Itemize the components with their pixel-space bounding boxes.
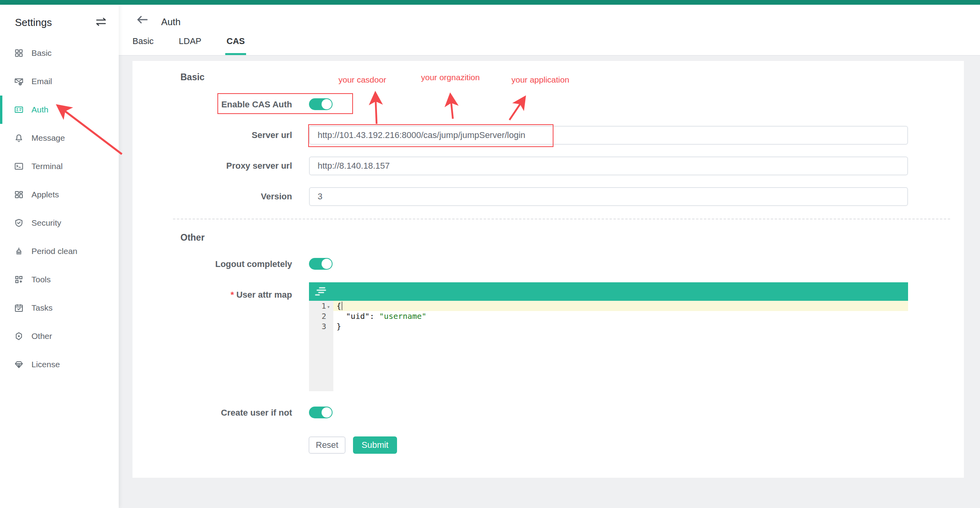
sidebar-item-tasks[interactable]: Tasks [0, 294, 119, 322]
gutter-line-3: 3 [309, 321, 333, 331]
sidebar-item-email[interactable]: Email [0, 67, 119, 96]
sidebar-item-label: Period clean [31, 247, 77, 256]
code-line-3[interactable]: } [333, 321, 908, 331]
line-number: 2 [322, 311, 326, 321]
toggle-knob [322, 407, 332, 418]
format-code-icon[interactable] [314, 285, 328, 298]
sidebar-item-label: Security [31, 218, 61, 228]
sidebar-item-label: License [31, 360, 60, 369]
sidebar-item-security[interactable]: Security [0, 209, 119, 237]
proxy-server-url-label: Proxy server url [132, 161, 292, 171]
settings-sidebar: Settings Basic Email [0, 5, 119, 508]
required-asterisk: * [231, 290, 234, 300]
broom-icon [14, 247, 24, 256]
tab-label: CAS [226, 36, 245, 46]
sidebar-item-label: Terminal [31, 162, 63, 171]
sidebar-item-terminal[interactable]: Terminal [0, 152, 119, 180]
tools-icon [14, 275, 24, 284]
page-body: Basic your casdoor your orgnazition your… [119, 56, 980, 508]
submit-button[interactable]: Submit [353, 436, 397, 454]
tab-bar: Basic LDAP CAS [132, 36, 270, 55]
server-url-label: Server url [132, 130, 292, 140]
tab-basic[interactable]: Basic [132, 36, 154, 55]
code-text: "uid": [336, 311, 379, 321]
code-line-1[interactable]: { [333, 301, 908, 311]
calendar-check-icon [14, 303, 24, 313]
page-title: Auth [161, 17, 180, 28]
sidebar-menu: Basic Email Auth [0, 39, 119, 379]
user-attr-map-label: *User attr map [132, 290, 292, 300]
shield-check-icon [14, 218, 24, 228]
grid-icon [14, 48, 24, 58]
settings-card: Basic your casdoor your orgnazition your… [132, 61, 964, 478]
logout-completely-label: Logout completely [132, 259, 292, 269]
sidebar-item-auth[interactable]: Auth [0, 96, 119, 124]
tab-ldap[interactable]: LDAP [179, 36, 201, 55]
gutter-line-1: 1▾ [309, 301, 333, 311]
email-gear-icon [14, 77, 24, 86]
section-title-other: Other [180, 232, 204, 243]
applets-grid-icon [14, 190, 24, 199]
editor-toolbar [309, 282, 908, 301]
terminal-icon [14, 162, 24, 171]
server-url-input[interactable] [309, 126, 908, 145]
proxy-server-url-input[interactable] [309, 156, 908, 175]
sidebar-item-label: Email [31, 77, 52, 86]
annotation-your-application: your application [511, 75, 569, 85]
sidebar-item-license[interactable]: License [0, 350, 119, 379]
reset-button[interactable]: Reset [309, 436, 346, 454]
sidebar-item-basic[interactable]: Basic [0, 39, 119, 67]
code-text: } [336, 322, 341, 331]
line-number: 1 [322, 301, 326, 311]
sidebar-item-label: Auth [31, 105, 48, 114]
page-header: Auth Basic LDAP CAS [119, 5, 980, 56]
sidebar-header: Settings [0, 5, 119, 35]
user-attr-map-label-text: User attr map [236, 290, 292, 300]
sidebar-item-label: Applets [31, 190, 59, 199]
bell-icon [14, 133, 24, 143]
toggle-knob [322, 99, 332, 109]
tab-cas[interactable]: CAS [226, 36, 245, 55]
code-line-2[interactable]: "uid": "username" [333, 311, 908, 321]
sidebar-item-message[interactable]: Message [0, 124, 119, 152]
sidebar-item-label: Tools [31, 275, 51, 284]
top-brand-bar [0, 0, 980, 5]
gear-icon [14, 331, 24, 341]
line-number: 3 [322, 322, 326, 331]
fold-caret-icon[interactable]: ▾ [327, 304, 330, 310]
enable-cas-auth-toggle[interactable] [309, 98, 333, 110]
user-attr-map-editor[interactable]: 1▾ 2 3 { "uid": "username" } [309, 282, 908, 391]
sidebar-title: Settings [15, 17, 52, 29]
editor-gutter: 1▾ 2 3 [309, 301, 333, 391]
create-user-if-not-label: Create user if not [132, 408, 292, 418]
tab-label: LDAP [179, 36, 201, 46]
annotation-your-casdoor: your casdoor [338, 75, 386, 85]
sidebar-item-tools[interactable]: Tools [0, 265, 119, 294]
gutter-line-2: 2 [309, 311, 333, 321]
collapse-sidebar-icon[interactable] [96, 17, 106, 27]
code-text: { [336, 301, 341, 311]
sidebar-item-label: Other [31, 331, 52, 341]
section-title-basic: Basic [180, 72, 204, 83]
section-divider [173, 219, 950, 219]
content-area: Auth Basic LDAP CAS Basic your casdoor y… [119, 5, 980, 508]
logout-completely-toggle[interactable] [309, 258, 333, 270]
version-label: Version [132, 191, 292, 202]
id-card-icon [14, 105, 24, 114]
toggle-knob [322, 259, 332, 269]
sidebar-item-applets[interactable]: Applets [0, 180, 119, 209]
text-cursor [342, 302, 342, 310]
editor-body[interactable]: 1▾ 2 3 { "uid": "username" } [309, 301, 908, 391]
sidebar-item-other[interactable]: Other [0, 322, 119, 350]
annotation-your-organization: your orgnazition [421, 73, 480, 82]
sidebar-item-period-clean[interactable]: Period clean [0, 237, 119, 265]
tab-label: Basic [132, 36, 154, 46]
create-user-if-not-toggle[interactable] [309, 407, 333, 418]
version-input[interactable] [309, 187, 908, 206]
code-string-token: "username" [379, 311, 426, 321]
enable-cas-auth-label: Enable CAS Auth [132, 99, 292, 110]
active-tab-underline [225, 53, 246, 55]
license-gem-icon [14, 360, 24, 369]
sidebar-item-label: Basic [31, 48, 51, 58]
back-arrow-icon[interactable] [136, 13, 149, 26]
